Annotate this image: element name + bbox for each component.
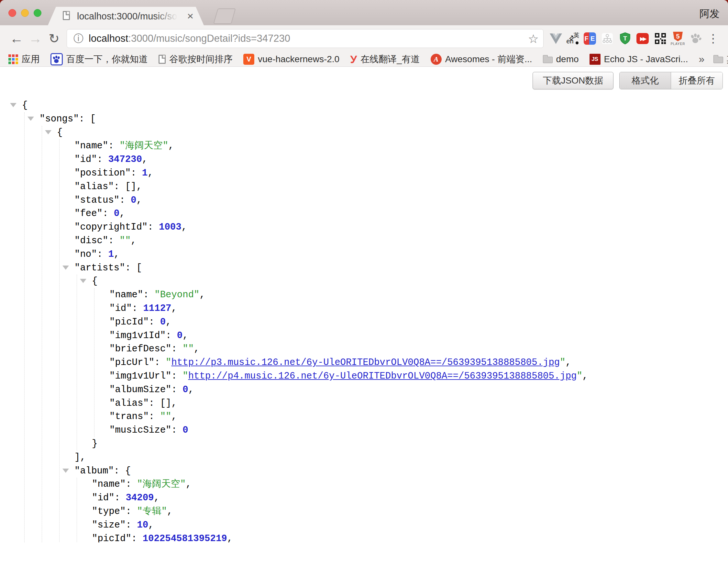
bookmark-star-icon[interactable]: ☆ [528,32,539,46]
json-punc: : [97,249,108,260]
new-tab-button[interactable] [213,8,236,24]
json-punc: : [114,466,125,476]
bookmark-demo-folder[interactable]: demo [543,54,579,64]
echojs-js-icon: JS [590,54,601,65]
zoom-window-button[interactable] [34,9,41,17]
json-key: "copyrightId" [74,222,148,232]
vue-devtools-icon[interactable] [549,30,563,47]
reload-button[interactable]: ↻ [45,25,63,52]
bookmark-baidu[interactable]: 百度一下，你就知道 [50,53,148,65]
json-str: "" [160,411,171,422]
json-punc: [ [90,114,96,124]
json-children: "songs": [{"name": "海阔天空","id": 347230,"… [24,112,728,542]
tampermonkey-shield-icon[interactable]: T [618,30,632,47]
json-num: 11127 [143,303,171,314]
collapse-toggle-icon[interactable] [62,469,69,473]
json-str: "Beyond" [154,290,199,300]
chrome-menu-icon[interactable]: ⋮ [706,30,720,47]
bookmark-echojs[interactable]: JS Echo JS - JavaScri... [590,54,688,65]
bookmark-youdao[interactable]: У 在线翻译_有道 [350,53,420,65]
json-str: "" [119,235,131,246]
json-str: " [560,357,565,368]
download-json-button[interactable]: 下载JSON数据 [533,72,613,89]
page-icon [159,55,166,64]
browser-tab[interactable]: localhost:3000/music/songDet × [48,7,204,25]
json-punc: : [108,140,119,151]
json-punc: : [166,330,177,341]
collapse-toggle-icon[interactable] [45,130,51,134]
traffic-lights [8,9,41,17]
json-num: 102254581395219 [143,533,227,543]
back-button[interactable]: ← [7,25,26,52]
bookmark-google-sort[interactable]: 谷歌按时间排序 [159,53,233,65]
baidu-paw-icon [50,53,63,65]
json-children: "name": "Beyond","id": 11127,"picId": 0,… [94,288,728,437]
json-str: " [166,357,171,368]
collapse-toggle-icon[interactable] [28,117,34,121]
paw-extension-icon[interactable] [689,30,703,47]
forward-button[interactable]: → [26,25,45,52]
json-row: "trans": "", [94,410,728,424]
json-punc: : [114,181,125,192]
json-url-link[interactable]: http://p3.music.126.net/6y-UleORITEDbvrO… [171,357,560,368]
bookmarks-bar: 应用 百度一下，你就知道 谷歌按时间排序 V vue-hackernews-2.… [0,52,728,67]
video-speed-icon[interactable]: ▶▶ [635,30,650,47]
bookmark-vue-hackernews[interactable]: V vue-hackernews-2.0 [243,54,339,65]
json-row: "status": 0, [60,194,728,207]
html5-player-icon[interactable]: 5 PLAYER [671,30,685,47]
json-punc: : [108,235,119,246]
json-punc: , [182,330,188,341]
json-punc: : [126,506,137,517]
json-url-link[interactable]: http://p4.music.126.net/6y-UleORITEDbvrO… [188,371,577,382]
json-row: "picId": 102254581395219, [77,532,728,543]
json-punc: : [103,208,114,219]
json-punc: , [194,344,199,354]
collapse-all-button[interactable]: 折叠所有 [671,72,722,89]
folder-icon [713,57,723,63]
json-punc: ], [74,452,86,463]
json-num: 1003 [159,222,182,232]
site-info-icon[interactable]: ⓘ [73,32,83,45]
json-num: 0 [160,317,166,328]
json-punc: { [125,466,131,476]
fe-extension-icon[interactable]: FE [583,30,597,47]
json-key: "status" [74,195,119,206]
json-row: "img1v1Id": 0, [94,329,728,343]
collapse-toggle-icon[interactable] [10,103,17,107]
json-row: { [77,274,728,288]
minimize-window-button[interactable] [21,9,29,17]
sitemap-extension-icon[interactable] [600,30,614,47]
json-punc: : [132,303,143,314]
json-num: 0 [131,195,136,206]
collapse-toggle-icon[interactable] [62,265,69,270]
json-children: "name": "海阔天空","id": 347230,"position": … [59,139,728,542]
json-punc: : [143,290,154,300]
translate-extension-icon[interactable]: 英 ⇄ en [566,31,579,46]
other-bookmarks-folder[interactable]: 其他书签 [713,53,728,65]
bookmark-apps[interactable]: 应用 [8,53,40,65]
json-key: "picId" [109,317,149,328]
qr-code-icon[interactable] [653,30,667,47]
json-key: "briefDesc" [109,344,171,354]
json-row: "alias": [], [94,397,728,410]
bookmarks-overflow-chevron[interactable]: » [699,53,704,65]
close-window-button[interactable] [8,9,16,17]
tab-close-icon[interactable]: × [187,9,193,22]
json-row: "briefDesc": "", [94,342,728,356]
profile-name[interactable]: 阿发 [700,7,720,21]
json-punc: , [171,398,177,409]
json-punc: , [171,411,177,422]
json-punc: : [149,317,160,328]
json-punc: [ [136,262,142,273]
format-button[interactable]: 格式化 [620,72,671,89]
view-mode-button-group: 格式化 折叠所有 [619,72,723,89]
json-punc: , [136,181,142,192]
folder-icon [543,57,553,63]
bookmark-awesomes[interactable]: A Awesomes - 前端资... [431,53,532,65]
json-punc: : [171,384,182,395]
collapse-toggle-icon[interactable] [80,279,86,283]
json-row: "id": 11127, [94,302,728,316]
address-bar[interactable]: ⓘ localhost:3000/music/songDetail?ids=34… [67,29,544,48]
json-punc: , [167,506,172,517]
json-tree-view: {"songs": [{"name": "海阔天空","id": 347230,… [0,67,728,542]
